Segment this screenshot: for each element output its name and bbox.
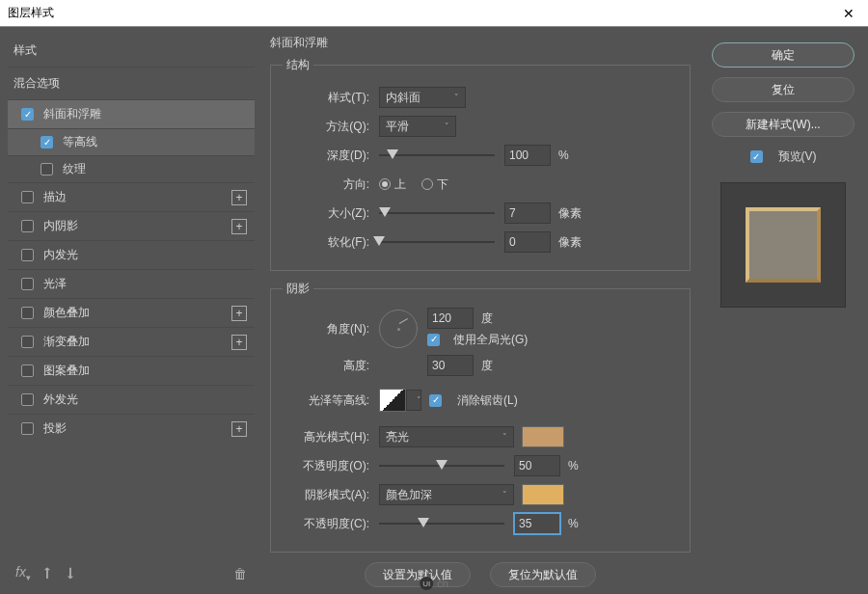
shadow-mode-select[interactable]: 颜色加深˅ — [379, 484, 514, 505]
checkbox-icon[interactable] — [21, 220, 34, 232]
shading-legend: 阴影 — [283, 281, 313, 297]
add-icon[interactable]: + — [231, 335, 247, 350]
technique-label: 方法(Q): — [283, 119, 379, 135]
altitude-input[interactable] — [427, 355, 474, 376]
checkbox-icon[interactable] — [21, 249, 34, 261]
gloss-contour-label: 光泽等高线: — [283, 392, 379, 409]
watermark: UIcn — [420, 577, 448, 590]
size-input[interactable] — [504, 202, 551, 224]
shading-group: 阴影 角度(N): 度 使用全局光(G) 高度:度 光泽等高线:˅消除锯齿(L)… — [270, 281, 691, 553]
shadow-opacity-input[interactable] — [514, 513, 560, 534]
direction-down-radio[interactable] — [421, 178, 433, 190]
soften-input[interactable] — [504, 231, 551, 253]
preview-box — [720, 182, 846, 308]
chevron-down-icon: ˅ — [417, 395, 421, 405]
highlight-opacity-slider[interactable] — [379, 458, 504, 473]
sidebar-item-contour[interactable]: 等高线 — [8, 128, 255, 155]
checkbox-icon[interactable] — [21, 336, 34, 348]
checkbox-icon[interactable] — [21, 393, 34, 406]
trash-icon[interactable]: 🗑 — [233, 566, 247, 581]
angle-input[interactable] — [427, 308, 474, 329]
checkbox-icon[interactable] — [21, 191, 34, 203]
add-icon[interactable]: + — [231, 190, 247, 205]
highlight-opacity-label: 不透明度(O): — [283, 458, 379, 474]
styles-sidebar: 样式 混合选项 斜面和浮雕 等高线 纹理 描边+ 内阴影+ 内发光 光泽 颜色叠… — [0, 27, 258, 594]
sidebar-item-satin[interactable]: 光泽 — [8, 269, 255, 298]
sidebar-item-outer-glow[interactable]: 外发光 — [8, 385, 255, 414]
checkbox-icon[interactable] — [21, 422, 34, 435]
highlight-opacity-input[interactable] — [514, 455, 560, 476]
sidebar-item-inner-glow[interactable]: 内发光 — [8, 240, 255, 269]
reset-default-button[interactable]: 复位为默认值 — [490, 562, 596, 587]
up-arrow-icon[interactable]: 🠕 — [41, 566, 54, 581]
soften-label: 软化(F): — [283, 234, 379, 251]
set-default-button[interactable]: 设置为默认值 — [365, 562, 471, 587]
shadow-opacity-label: 不透明度(C): — [283, 516, 379, 532]
preview-swatch — [746, 207, 821, 283]
size-label: 大小(Z): — [283, 205, 379, 222]
sidebar-item-color-overlay[interactable]: 颜色叠加+ — [8, 298, 255, 327]
add-icon[interactable]: + — [231, 421, 247, 437]
highlight-color-swatch[interactable] — [522, 426, 564, 447]
sidebar-item-texture[interactable]: 纹理 — [8, 155, 255, 182]
style-list: 斜面和浮雕 等高线 纹理 描边+ 内阴影+ 内发光 光泽 颜色叠加+ 渐变叠加+… — [8, 99, 255, 560]
depth-label: 深度(D): — [283, 148, 379, 164]
fx-icon[interactable]: fx▾ — [15, 564, 31, 582]
sidebar-item-drop-shadow[interactable]: 投影+ — [8, 414, 255, 443]
structure-group: 结构 样式(T):内斜面˅ 方法(Q):平滑˅ 深度(D):% 方向:上下 大小… — [270, 57, 691, 271]
preview-checkbox[interactable] — [750, 150, 763, 163]
right-panel: 确定 复位 新建样式(W)... 预览(V) — [698, 27, 868, 594]
angle-dial[interactable] — [379, 310, 418, 348]
sidebar-item-gradient-overlay[interactable]: 渐变叠加+ — [8, 327, 255, 356]
styles-heading[interactable]: 样式 — [8, 35, 255, 67]
shadow-mode-label: 阴影模式(A): — [283, 487, 379, 503]
angle-label: 角度(N): — [283, 321, 379, 338]
depth-slider[interactable] — [379, 148, 495, 163]
highlight-mode-label: 高光模式(H): — [283, 429, 379, 446]
preview-toggle[interactable]: 预览(V) — [750, 148, 817, 165]
structure-legend: 结构 — [283, 57, 313, 73]
contour-dropdown[interactable]: ˅ — [406, 390, 421, 411]
global-light-checkbox[interactable] — [427, 334, 440, 346]
checkbox-icon[interactable] — [41, 136, 53, 148]
down-arrow-icon[interactable]: 🠗 — [64, 566, 77, 581]
chevron-down-icon: ˅ — [502, 432, 507, 442]
checkbox-icon[interactable] — [21, 278, 34, 290]
shadow-opacity-slider[interactable] — [379, 516, 504, 531]
sidebar-footer: fx▾ 🠕 🠗 🗑 — [8, 560, 255, 586]
close-icon[interactable]: ✕ — [837, 6, 860, 21]
new-style-button[interactable]: 新建样式(W)... — [712, 112, 854, 137]
chevron-down-icon: ˅ — [445, 122, 449, 131]
chevron-down-icon: ˅ — [502, 490, 507, 500]
style-label: 样式(T): — [283, 90, 379, 106]
sidebar-item-bevel[interactable]: 斜面和浮雕 — [8, 99, 255, 128]
settings-panel: 斜面和浮雕 结构 样式(T):内斜面˅ 方法(Q):平滑˅ 深度(D):% 方向… — [258, 27, 698, 594]
highlight-mode-select[interactable]: 亮光˅ — [379, 426, 514, 447]
window-title: 图层样式 — [8, 5, 54, 21]
style-select[interactable]: 内斜面˅ — [379, 87, 466, 108]
size-slider[interactable] — [379, 205, 495, 221]
sidebar-item-inner-shadow[interactable]: 内阴影+ — [8, 211, 255, 240]
add-icon[interactable]: + — [231, 219, 247, 234]
gloss-contour-picker[interactable] — [379, 389, 406, 412]
panel-title: 斜面和浮雕 — [270, 35, 691, 51]
checkbox-icon[interactable] — [21, 307, 34, 319]
technique-select[interactable]: 平滑˅ — [379, 116, 456, 137]
blend-options[interactable]: 混合选项 — [8, 67, 255, 99]
direction-label: 方向: — [283, 176, 379, 193]
ok-button[interactable]: 确定 — [712, 42, 854, 68]
cancel-button[interactable]: 复位 — [712, 77, 854, 102]
checkbox-icon[interactable] — [41, 163, 53, 176]
sidebar-item-pattern-overlay[interactable]: 图案叠加 — [8, 356, 255, 385]
checkbox-icon[interactable] — [21, 364, 34, 377]
antialias-checkbox[interactable] — [429, 394, 442, 407]
chevron-down-icon: ˅ — [454, 93, 459, 102]
depth-input[interactable] — [504, 145, 551, 166]
direction-up-radio[interactable] — [379, 178, 391, 190]
altitude-label: 高度: — [283, 358, 379, 374]
checkbox-icon[interactable] — [21, 108, 34, 121]
add-icon[interactable]: + — [231, 306, 247, 321]
shadow-color-swatch[interactable] — [522, 484, 564, 505]
soften-slider[interactable] — [379, 234, 495, 250]
sidebar-item-stroke[interactable]: 描边+ — [8, 182, 255, 211]
